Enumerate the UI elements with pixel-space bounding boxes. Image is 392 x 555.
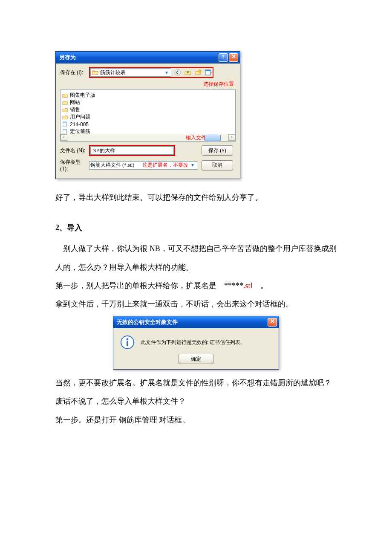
paragraph: 当然，更不要改扩展名。扩展名就是文件的性别呀，你不想有走错厕所的尴尬吧？ — [55, 374, 337, 392]
save-in-label: 保存在 (I): — [60, 69, 89, 76]
text-run: 。 — [253, 281, 268, 290]
save-in-dropdown[interactable]: 筋筋计较表 ▾ — [90, 68, 171, 77]
up-one-level-icon[interactable] — [184, 69, 192, 76]
scroll-right-button[interactable]: › — [228, 134, 235, 141]
annotation-extension-note: 这是扩展名，不要改 — [142, 162, 188, 169]
list-item[interactable]: 网站 — [62, 99, 233, 106]
error-dialog: 无效的公钥安全对象文件 ✕ 此文件作为下列运行是无效的: 证书信任列表。 确定 — [113, 316, 279, 370]
document-icon — [62, 121, 69, 127]
svg-point-9 — [127, 338, 129, 341]
svg-point-1 — [199, 70, 201, 72]
list-item[interactable]: 用户问题 — [62, 113, 233, 121]
svg-rect-7 — [63, 129, 67, 130]
filename-highlight: NB的大样 — [89, 145, 175, 156]
list-item[interactable]: 214-005 — [62, 121, 233, 128]
filetype-label: 保存类型 (T): — [60, 159, 89, 172]
save-button[interactable]: 保存 (S) — [202, 145, 233, 156]
ok-button[interactable]: 确定 — [179, 354, 213, 364]
filetype-value: 钢筋大样文件 (*.stl) — [90, 162, 134, 169]
paragraph: 第一步。还是打开 钢筋库管理 对话框。 — [55, 411, 337, 429]
folder-open-icon — [92, 69, 99, 76]
folder-icon — [62, 107, 69, 113]
list-item[interactable]: 销售 — [62, 106, 233, 113]
paragraph: 好了，导出大样到此结束。可以把保存的文件给别人分享了。 — [55, 188, 337, 207]
svg-rect-5 — [63, 121, 67, 123]
dialog-titlebar[interactable]: 另存为 ? ✕ — [56, 52, 240, 64]
scroll-track[interactable]: 输入文件名 — [67, 134, 228, 141]
new-folder-icon[interactable] — [194, 69, 202, 76]
extension-text: .stl — [243, 281, 253, 290]
paragraph: 拿到文件后，千万别上来就一通双击，不听话，会出来这个对话框的。 — [55, 295, 337, 313]
horizontal-scrollbar[interactable]: ‹ 输入文件名 › — [61, 134, 235, 141]
svg-rect-3 — [205, 70, 210, 71]
list-item-label: 用户问题 — [70, 113, 90, 121]
close-button[interactable]: ✕ — [229, 53, 238, 62]
list-item-label: 网站 — [70, 99, 80, 106]
paragraph: 别人做了大样，你认为很 NB，可又不想把自己辛辛苦苦做的整个用户库替换成别人的，… — [55, 240, 337, 276]
list-item-label: 图集电子版 — [70, 92, 95, 99]
filename-input[interactable]: NB的大样 — [90, 146, 174, 155]
chevron-down-icon[interactable]: ▾ — [189, 162, 196, 168]
folder-icon — [62, 100, 69, 106]
scroll-thumb[interactable] — [205, 135, 221, 141]
svg-rect-10 — [127, 341, 128, 346]
folder-icon — [62, 114, 69, 120]
dialog-title-text: 另存为 — [59, 54, 76, 61]
info-icon — [120, 335, 135, 350]
save-in-value: 筋筋计较表 — [99, 69, 163, 76]
paragraph: 废话不说了，怎么导入单根大样文件？ — [55, 392, 337, 410]
close-button[interactable]: ✕ — [268, 318, 277, 327]
filename-value: NB的大样 — [92, 147, 115, 154]
cancel-button[interactable]: 取消 — [202, 160, 233, 171]
back-icon[interactable] — [174, 69, 182, 76]
chevron-down-icon[interactable]: ▾ — [163, 69, 170, 75]
section-heading: 2、导入 — [55, 219, 337, 237]
scroll-left-button[interactable]: ‹ — [61, 134, 67, 141]
paragraph: 第一步，别人把导出的单根大样给你，扩展名是 *****.stl 。 — [55, 277, 337, 295]
dialog-titlebar[interactable]: 无效的公钥安全对象文件 ✕ — [113, 316, 279, 328]
filetype-dropdown[interactable]: 钢筋大样文件 (*.stl) 这是扩展名，不要改 ▾ — [89, 161, 197, 170]
error-message: 此文件作为下列运行是无效的: 证书信任列表。 — [141, 339, 245, 346]
list-item-label: 销售 — [70, 106, 80, 113]
folder-icon — [62, 92, 69, 98]
svg-point-0 — [175, 69, 181, 75]
save-in-highlight: 筋筋计较表 ▾ — [89, 67, 213, 78]
help-button[interactable]: ? — [219, 53, 228, 62]
annotation-select-location: 选择保存位置 — [60, 81, 234, 88]
dialog-title-text: 无效的公钥安全对象文件 — [117, 318, 178, 326]
file-list[interactable]: 图集电子版 网站 销售 用户问题 214-005 — [60, 90, 236, 142]
save-as-dialog: 另存为 ? ✕ 保存在 (I): 筋筋计较表 ▾ — [55, 51, 240, 179]
view-menu-icon[interactable] — [205, 69, 212, 76]
list-item[interactable]: 图集电子版 — [62, 92, 233, 99]
filename-label: 文件名 (N): — [60, 147, 89, 154]
list-item-label: 214-005 — [70, 121, 89, 127]
text-run: 第一步，别人把导出的单根大样给你，扩展名是 ***** — [55, 281, 243, 290]
